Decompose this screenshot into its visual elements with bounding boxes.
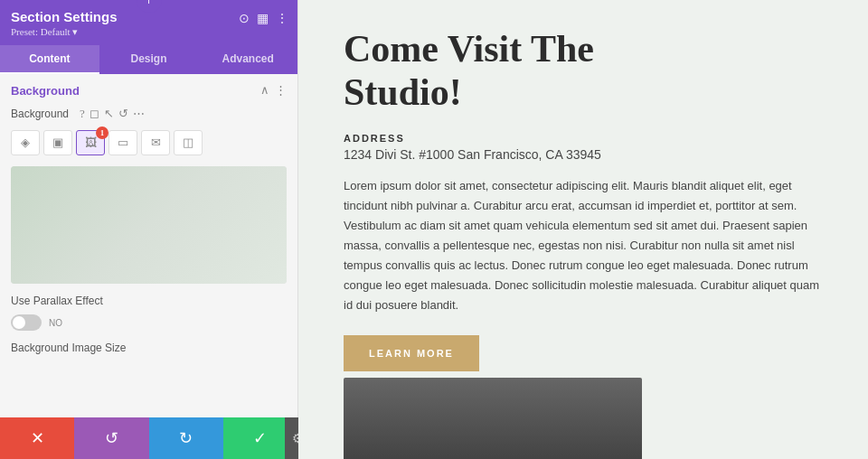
background-section-header: Background ∧ ⋮ bbox=[0, 74, 297, 103]
section-collapse-icon[interactable]: ∧ bbox=[260, 83, 269, 98]
section-header-controls: ∧ ⋮ bbox=[260, 83, 287, 98]
bg-type-gradient[interactable]: ◈ bbox=[11, 130, 40, 155]
color-icon: ▣ bbox=[52, 136, 63, 150]
address-label: ADDRESS bbox=[344, 133, 823, 144]
image-badge: 1 bbox=[96, 126, 108, 139]
parallax-row: Use Parallax Effect bbox=[0, 287, 297, 314]
gradient-icon: ◈ bbox=[21, 136, 30, 150]
panel-preset[interactable]: Preset: Default ▾ bbox=[11, 26, 287, 38]
image-icon: 🖼 bbox=[85, 136, 97, 150]
bg-type-row: ◈ ▣ 🖼 1 ▭ ✉ ◫ bbox=[0, 126, 297, 163]
undo-icon: ↺ bbox=[105, 428, 118, 448]
bottom-image bbox=[344, 378, 642, 459]
pattern-icon: ✉ bbox=[151, 136, 161, 150]
settings-panel: + Section Settings Preset: Default ▾ ⊙ ▦… bbox=[0, 0, 298, 459]
background-row: Background ? ◻ ↖ ↺ ⋯ bbox=[0, 103, 297, 126]
toggle-knob bbox=[13, 316, 25, 329]
panel-body: Background ∧ ⋮ Background ? ◻ ↖ ↺ ⋯ ◈ ▣ bbox=[0, 74, 297, 459]
panel-menu-icon[interactable]: ⋮ bbox=[276, 11, 288, 26]
map-icon: ◫ bbox=[183, 136, 193, 150]
main-content: Come Visit TheStudio! ADDRESS 1234 Divi … bbox=[298, 0, 868, 459]
body-text: Lorem ipsum dolor sit amet, consectetur … bbox=[344, 176, 823, 316]
redo-button[interactable]: ↻ bbox=[149, 417, 223, 459]
section-menu-icon[interactable]: ⋮ bbox=[275, 83, 287, 98]
panel-header-icons: ⊙ ▦ ⋮ bbox=[239, 11, 288, 26]
panel-tabs: Content Design Advanced bbox=[0, 45, 297, 74]
save-icon: ✓ bbox=[253, 428, 267, 448]
cancel-button[interactable]: ✕ bbox=[0, 417, 74, 459]
cancel-icon: ✕ bbox=[31, 428, 44, 448]
video-icon: ▭ bbox=[118, 136, 128, 150]
background-section-title: Background bbox=[11, 84, 80, 98]
tab-advanced[interactable]: Advanced bbox=[198, 45, 297, 74]
bg-help-icon[interactable]: ? bbox=[80, 107, 85, 121]
parallax-toggle-value: NO bbox=[49, 318, 62, 328]
redo-icon: ↻ bbox=[179, 428, 193, 448]
bg-preview-image bbox=[11, 166, 287, 284]
bg-type-map[interactable]: ◫ bbox=[174, 130, 203, 155]
bg-type-video[interactable]: ▭ bbox=[108, 130, 137, 155]
panel-grid-icon[interactable]: ▦ bbox=[257, 11, 269, 26]
parallax-label: Use Parallax Effect bbox=[11, 295, 103, 307]
main-heading: Come Visit TheStudio! bbox=[344, 27, 823, 115]
panel-search-icon[interactable]: ⊙ bbox=[239, 11, 250, 26]
bg-label: Background bbox=[11, 108, 74, 120]
parallax-toggle-row: NO bbox=[0, 314, 297, 338]
parallax-toggle[interactable] bbox=[11, 314, 42, 331]
bg-copy-icon[interactable]: ◻ bbox=[90, 107, 99, 121]
bg-preview bbox=[11, 166, 287, 284]
bg-cursor-icon[interactable]: ↖ bbox=[104, 107, 114, 121]
bg-type-image[interactable]: 🖼 1 bbox=[76, 130, 105, 155]
learn-more-button[interactable]: LEARN MORE bbox=[344, 335, 479, 371]
bg-reset-icon[interactable]: ↺ bbox=[118, 107, 128, 121]
bg-icons: ? ◻ ↖ ↺ ⋯ bbox=[80, 107, 145, 121]
bg-type-pattern[interactable]: ✉ bbox=[141, 130, 170, 155]
address-value: 1234 Divi St. #1000 San Francisco, CA 33… bbox=[344, 147, 823, 162]
undo-button[interactable]: ↺ bbox=[74, 417, 148, 459]
tab-design[interactable]: Design bbox=[99, 45, 199, 74]
tab-content[interactable]: Content bbox=[0, 45, 99, 74]
bg-type-color[interactable]: ▣ bbox=[43, 130, 72, 155]
bottom-toolbar: ✕ ↺ ↻ ✓ ⚙ bbox=[0, 417, 297, 459]
bg-size-label: Background Image Size bbox=[0, 338, 297, 356]
bg-more-icon[interactable]: ⋯ bbox=[133, 107, 145, 121]
